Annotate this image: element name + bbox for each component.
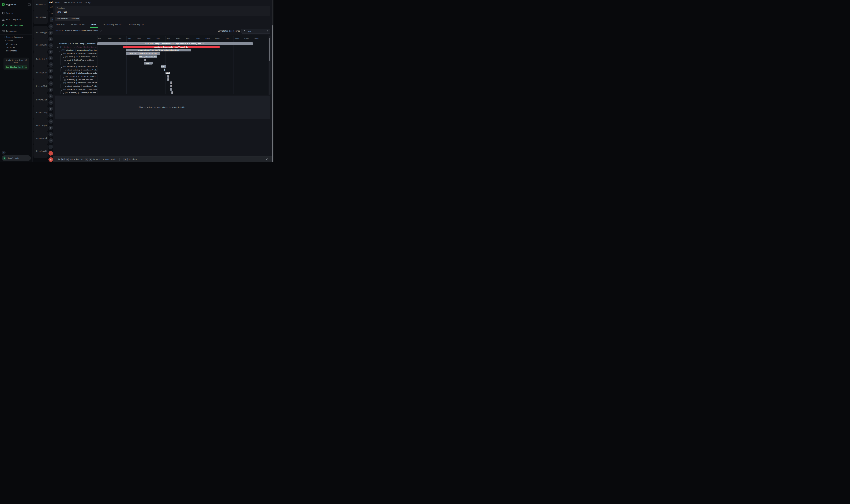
page-scrollbar[interactable] <box>272 0 273 162</box>
sidebar-item-chart-explorer[interactable]: Chart Explorer <box>0 17 33 22</box>
session-event-chevron-down[interactable] <box>48 144 53 150</box>
trace-tree-row-span[interactable]: frontend | HTTP POST http://frontend:… <box>53 42 97 46</box>
waterfall-span-bar[interactable]: ( <box>171 91 173 94</box>
session-card[interactable]: Pearl43@ho <box>34 119 48 132</box>
trace-tree-row-span[interactable]: (1)checkout | oteldemo.CartServic… <box>53 52 97 55</box>
page-scrollbar-thumb[interactable] <box>272 25 273 162</box>
expand-chevron-icon[interactable] <box>57 46 59 48</box>
sidebar-item-kubernetes[interactable]: Kubernetes <box>6 50 17 52</box>
sidebar-item-dashboards[interactable]: Dashboards <box>0 29 33 34</box>
create-dashboard-button[interactable]: + Create Dashboard <box>4 36 23 38</box>
trace-tree-row-log[interactable]: cart | GetCartAsync called… <box>53 58 97 62</box>
expand-chevron-icon[interactable] <box>61 82 62 84</box>
tab-overview[interactable]: Overview <box>55 23 66 27</box>
session-event-pin[interactable] <box>48 61 53 68</box>
tab-session-replay[interactable]: Session Replay <box>128 23 145 27</box>
waterfall-scrollbar[interactable] <box>269 36 271 95</box>
session-event-swap-horizontal[interactable] <box>48 150 53 156</box>
sidebar-item-search[interactable]: Search <box>0 11 33 16</box>
waterfall-span-bar[interactable]: ( <box>167 78 169 81</box>
session-event-pin[interactable] <box>48 93 53 99</box>
expand-chevron-icon[interactable] <box>61 53 62 54</box>
trace-tree-row-span[interactable]: (2)checkout | oteldemo.CheckoutServic… <box>53 46 97 49</box>
session-event-pin[interactable] <box>48 23 53 30</box>
waterfall-span-bar[interactable]: ( <box>170 88 172 91</box>
expand-chevron-icon[interactable] <box>61 88 62 90</box>
trace-tree-row-log[interactable]: currency | Convert convers… <box>53 78 97 81</box>
waterfall-span-bar[interactable]: prepareOrderItemsAndShippingQuoteFromCar… <box>126 49 191 51</box>
session-card[interactable]: Anonymous <box>34 10 48 24</box>
session-event-pin[interactable] <box>48 74 53 80</box>
expand-chevron-icon[interactable] <box>61 66 62 67</box>
chevron-up-icon[interactable] <box>29 30 30 32</box>
waterfall-span-bar[interactable]: POST /oteldemo.Cart <box>139 55 157 58</box>
sidebar-item-clickhouse[interactable]: Clickhouse <box>6 43 17 45</box>
tab-trace[interactable]: Trace <box>90 23 97 27</box>
tab-surrounding-context[interactable]: Surrounding Context <box>102 23 124 27</box>
session-card[interactable]: Howard.Run <box>34 93 48 107</box>
search-input[interactable]: Sea <box>49 11 53 16</box>
session-card[interactable]: Anonymous <box>34 0 48 11</box>
close-icon[interactable] <box>265 158 268 161</box>
session-card[interactable]: Roderick_S <box>34 52 48 66</box>
trace-tree-row-span[interactable]: (11)checkout | prepareOrderItemsAnd… <box>53 49 97 52</box>
expand-chevron-icon[interactable] <box>61 72 62 74</box>
waterfall-span-bar[interactable]: ( <box>167 75 169 78</box>
session-event-pin[interactable] <box>48 118 53 125</box>
session-event-pin[interactable] <box>48 30 53 36</box>
trace-tree-row-span[interactable]: cart | HGET <box>53 61 97 65</box>
trace-tree-row-span[interactable]: (1)currency | Currency/Convert <box>53 75 97 78</box>
sidebar-collapse-icon[interactable] <box>28 3 31 6</box>
trace-tree-row-span[interactable]: product-catalog | oteldemo.Prod… <box>53 68 97 72</box>
session-event-pin[interactable] <box>48 131 53 137</box>
session-event-terminal[interactable] <box>48 156 53 162</box>
get-started-button[interactable]: Get Started for Free <box>5 65 28 69</box>
sidebar-item-services[interactable]: Services <box>6 47 15 49</box>
trace-tree-row-span[interactable]: (1)checkout | oteldemo.CurrencySe… <box>53 71 97 75</box>
trace-tree-row-span[interactable]: (1)checkout | oteldemo.ProductCat… <box>53 65 97 68</box>
waterfall-span-bar[interactable]: HTTP POST http://frontend:8080/api/check… <box>97 42 253 45</box>
sidebar-item-client-sessions[interactable]: Client Sessions <box>0 23 33 28</box>
session-card[interactable]: Shaniya.Sc <box>34 66 48 80</box>
waterfall-span-bar[interactable]: HGET <box>144 62 152 65</box>
session-event-pin[interactable] <box>48 42 53 49</box>
session-event-pin[interactable] <box>48 87 53 93</box>
waterfall-span-bar[interactable]: ( <box>144 59 146 61</box>
session-card[interactable]: Ernesto33@ <box>34 106 48 120</box>
waterfall-scrollbar-thumb[interactable] <box>269 38 270 61</box>
session-event-pin[interactable] <box>48 68 53 74</box>
expand-chevron-icon[interactable] <box>59 49 60 51</box>
session-event-pin[interactable] <box>48 36 53 42</box>
session-card[interactable]: Walton9@ho <box>34 38 48 52</box>
local-mode-button[interactable]: U Local mode <box>2 156 31 161</box>
expand-chevron-icon[interactable] <box>62 75 64 77</box>
session-event-pin[interactable] <box>48 106 53 112</box>
session-event-pin[interactable] <box>48 125 53 131</box>
expand-chevron-icon[interactable] <box>62 56 64 57</box>
waterfall-span-bar[interactable]: otel <box>165 72 170 74</box>
session-event-pin[interactable] <box>48 49 53 55</box>
trace-tree-row-span[interactable]: (1)currency | Currency/Convert <box>53 91 97 94</box>
session-card[interactable]: Jonathan.B <box>34 131 48 145</box>
edit-pencil-icon[interactable] <box>100 30 103 32</box>
session-event-pin[interactable] <box>48 55 53 61</box>
waterfall-span-bar[interactable]: oteldemo.CheckoutService/PlaceOrder <box>123 46 220 48</box>
tab-column-values[interactable]: Column Values <box>70 23 86 27</box>
waterfall-span-bar[interactable]: ( <box>170 85 172 87</box>
trace-tree-row-span[interactable]: product-catalog | oteldemo.Prod… <box>53 85 97 88</box>
trace-tree-row-span[interactable]: (1)checkout | oteldemo.ProductCat… <box>53 81 97 85</box>
session-card[interactable]: Dolly.Lubo <box>34 144 48 158</box>
session-card[interactable]: Kieran92@h <box>34 79 48 93</box>
service-name-badge[interactable]: ServiceName: frontend <box>55 17 80 21</box>
presets-section-toggle[interactable]: PRESETS <box>5 40 16 41</box>
session-event-pin[interactable] <box>48 99 53 106</box>
waterfall-span-bar[interactable]: ( <box>170 82 172 84</box>
session-event-pin[interactable] <box>48 112 53 118</box>
expand-chevron-icon[interactable] <box>62 92 64 93</box>
session-event-pin[interactable] <box>48 80 53 87</box>
trace-tree-row-span[interactable]: (1)checkout | oteldemo.CurrencySe… <box>53 88 97 91</box>
log-source-select[interactable]: Logs <box>241 29 270 34</box>
highlighted-button[interactable]: H <box>50 17 53 22</box>
waterfall-span-bar[interactable]: ( <box>164 69 165 71</box>
trace-tree-row-span[interactable]: (2)cart | POST /oteldemo.CartSe… <box>53 55 97 58</box>
